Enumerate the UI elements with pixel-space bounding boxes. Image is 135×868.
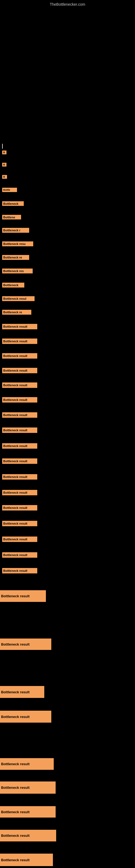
bar-label: Bottleneck res [3,269,24,273]
bar-label: Bottleneck [3,202,18,205]
bottleneck-bar[interactable]: Bottleneck resul [2,296,35,301]
bottleneck-bar[interactable]: Bottleneck res [2,269,33,273]
bar-label: Bottleneck r [3,229,20,232]
bar-label: Bottleneck re [3,256,22,259]
bar-label: Bottle [3,188,10,191]
bottleneck-bar[interactable]: Bottleneck result [0,590,46,602]
bar-label: Bottleneck result [1,715,30,719]
bar-label: Bottleneck result [1,594,30,598]
bar-label: Bottleneck result [1,810,30,814]
bottleneck-bar[interactable]: Bottle [2,188,17,192]
bar-label: Bottleneck result [3,460,27,463]
bottleneck-bar[interactable]: Bottleneck result [2,521,37,526]
bottleneck-bar[interactable]: Bottleneck result [0,806,56,817]
bottleneck-bar[interactable]: Bottleneck result [2,324,37,329]
bar-label: Bottlene [3,216,15,219]
bottleneck-bar[interactable]: Bottleneck result [2,412,37,418]
bar-label: Bottleneck result [3,398,27,401]
bottleneck-bar[interactable]: Bottleneck result [2,536,37,542]
bottleneck-bar[interactable]: Bottleneck result [2,428,37,433]
bottleneck-bar[interactable]: Bottleneck result [2,443,37,448]
cursor-line [2,144,3,149]
bottleneck-bar[interactable]: Bottleneck result [2,353,37,359]
bar-label: Bottleneck result [1,642,30,646]
bar-label: Bottleneck resul [3,297,27,300]
bottleneck-bar[interactable]: Bottlene [2,215,21,219]
bar-label: Bottleneck result [1,762,30,766]
bar-label: Bottleneck result [3,429,27,432]
bottleneck-bar[interactable]: Bottleneck result [2,397,37,403]
bottleneck-bar[interactable]: Bottleneck result [2,474,37,479]
bottleneck-bar[interactable]: Bottleneck result [2,458,37,464]
bottleneck-bar[interactable]: Bottleneck result [0,781,56,794]
bar-label: Bottleneck result [3,522,27,525]
bar-label: B [3,163,5,166]
bottleneck-bar[interactable]: Bottleneck result [2,339,37,344]
bottleneck-bar[interactable]: Bottleneck result [2,490,37,495]
bottleneck-bar[interactable]: Bottleneck r [2,228,29,233]
bar-label: Bottleneck result [3,340,27,343]
bottleneck-bar[interactable]: Bottleneck re [2,255,29,260]
bar-label: Bottleneck resu [3,242,26,246]
bottleneck-bar[interactable]: Bottleneck result [0,686,44,698]
bar-label: Bottleneck result [3,369,27,372]
bar-label: Bottleneck result [3,413,27,416]
site-title: TheBottlenecker.com [50,2,85,6]
bar-label: Bottleneck result [1,690,30,694]
bottleneck-bar[interactable]: B [2,175,7,179]
bottleneck-bar[interactable]: B [2,163,6,166]
bottleneck-bar[interactable]: Bottleneck re [2,310,31,315]
bar-label: Bottleneck result [3,444,27,447]
bar-label: Bottleneck result [3,506,27,509]
bottleneck-bar[interactable]: Bottleneck result [0,758,54,770]
bar-label: Bottleneck result [1,858,30,862]
bar-label: Bottleneck result [3,538,27,541]
bottleneck-bar[interactable]: Bottleneck resu [2,241,33,246]
bar-label: Bottleneck re [3,311,22,314]
bar-label: B [3,176,5,178]
bottleneck-bar[interactable]: Bottleneck result [0,639,51,650]
bar-label: Bottleneck result [3,383,27,387]
bottleneck-bar[interactable]: Bottleneck result [2,568,37,574]
bottleneck-bar[interactable]: Bottleneck result [2,368,37,373]
bottleneck-bar[interactable]: Bottleneck [2,283,24,287]
bottleneck-bar[interactable]: Bottleneck result [0,830,56,841]
bar-label: Bottleneck result [3,354,27,358]
bottleneck-bar[interactable]: Bottleneck result [2,552,37,558]
bar-label: B [3,151,5,154]
bar-label: Bottleneck result [3,491,27,494]
bar-label: Bottleneck result [1,785,30,789]
bottleneck-bar[interactable]: B [2,151,6,154]
bar-label: Bottleneck result [3,553,27,557]
bar-label: Bottleneck result [3,475,27,478]
bottleneck-bar[interactable]: Bottleneck result [0,711,51,723]
bar-label: Bottleneck result [1,834,30,838]
bottleneck-bar[interactable]: Bottleneck [2,201,24,206]
bottleneck-bar[interactable]: Bottleneck result [0,854,53,866]
bar-label: Bottleneck [3,283,18,287]
bar-label: Bottleneck result [3,569,27,572]
bottleneck-bar[interactable]: Bottleneck result [2,505,37,510]
bar-label: Bottleneck result [3,325,27,328]
bottleneck-bar[interactable]: Bottleneck result [2,382,37,388]
